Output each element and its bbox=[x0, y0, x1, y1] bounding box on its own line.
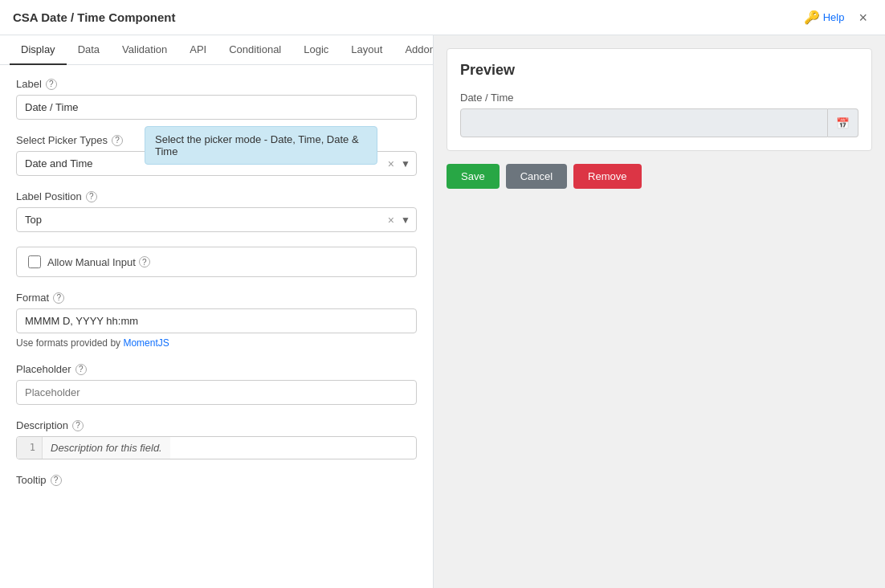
preview-datetime-input[interactable] bbox=[460, 108, 828, 137]
cancel-button[interactable]: Cancel bbox=[506, 164, 567, 189]
format-hint: Use formats provided by MomentJS bbox=[16, 337, 417, 349]
description-gutter: 1 Description for this field. bbox=[17, 437, 416, 459]
modal-title: CSA Date / Time Component bbox=[13, 10, 176, 24]
picker-types-help-icon[interactable]: ? bbox=[112, 135, 123, 146]
format-help-icon[interactable]: ? bbox=[53, 292, 64, 304]
placeholder-label: Placeholder ? bbox=[16, 363, 417, 375]
format-group: Format ? Use formats provided by MomentJ… bbox=[16, 292, 417, 349]
calendar-icon: 📅 bbox=[836, 117, 850, 129]
right-panel: Preview Date / Time 📅 Save Cancel Remove bbox=[434, 35, 885, 588]
placeholder-group: Placeholder ? bbox=[16, 363, 417, 405]
tab-logic[interactable]: Logic bbox=[292, 35, 340, 65]
preview-input-wrapper: 📅 bbox=[460, 108, 858, 137]
tab-display[interactable]: Display bbox=[10, 35, 67, 65]
momentjs-link[interactable]: MomentJS bbox=[123, 337, 169, 349]
description-group: Description ? 1 Description for this fie… bbox=[16, 419, 417, 459]
header-right: 🔑 Help × bbox=[804, 9, 872, 27]
label-field-label: Label ? bbox=[16, 78, 417, 90]
modal-container: CSA Date / Time Component 🔑 Help × Displ… bbox=[0, 0, 885, 588]
label-position-help-icon[interactable]: ? bbox=[86, 191, 97, 202]
placeholder-help-icon[interactable]: ? bbox=[75, 364, 87, 375]
description-label: Description ? bbox=[16, 419, 417, 431]
tab-validation[interactable]: Validation bbox=[111, 35, 178, 65]
label-input[interactable] bbox=[16, 95, 417, 120]
tab-addons[interactable]: Addons bbox=[394, 35, 434, 65]
format-input[interactable] bbox=[16, 308, 417, 333]
placeholder-input[interactable] bbox=[16, 380, 417, 405]
manual-input-help-icon[interactable]: ? bbox=[139, 256, 150, 267]
line-number: 1 bbox=[17, 437, 43, 459]
action-buttons: Save Cancel Remove bbox=[447, 164, 872, 189]
description-placeholder-text: Description for this field. bbox=[43, 437, 170, 459]
label-position-label: Label Position ? bbox=[16, 190, 417, 202]
label-position-select-wrapper: Top Left Right Bottom × ▼ bbox=[16, 207, 417, 232]
form-body: Label ? Select Picker Types ? Select the… bbox=[0, 65, 433, 588]
manual-input-label: Allow Manual Input ? bbox=[47, 256, 150, 268]
picker-types-clear-icon[interactable]: × bbox=[388, 157, 394, 170]
preview-title: Preview bbox=[460, 62, 858, 79]
tooltip-group: Tooltip ? bbox=[16, 474, 417, 486]
manual-input-group: Allow Manual Input ? bbox=[16, 247, 417, 277]
tabs-bar: Display Data Validation API Conditional … bbox=[0, 35, 433, 65]
remove-button[interactable]: Remove bbox=[573, 164, 641, 189]
tooltip-help-icon[interactable]: ? bbox=[51, 475, 62, 486]
label-group: Label ? bbox=[16, 78, 417, 120]
tab-api[interactable]: API bbox=[178, 35, 218, 65]
manual-input-checkbox-wrapper: Allow Manual Input ? bbox=[16, 247, 417, 277]
label-help-icon[interactable]: ? bbox=[46, 79, 57, 90]
preview-field-label: Date / Time bbox=[460, 92, 858, 104]
label-position-select[interactable]: Top Left Right Bottom bbox=[16, 207, 417, 232]
tab-layout[interactable]: Layout bbox=[340, 35, 394, 65]
close-button[interactable]: × bbox=[854, 9, 872, 27]
label-position-group: Label Position ? Top Left Right Bottom ×… bbox=[16, 190, 417, 232]
description-help-icon[interactable]: ? bbox=[72, 420, 84, 431]
left-panel: Display Data Validation API Conditional … bbox=[0, 35, 434, 588]
manual-input-checkbox[interactable] bbox=[28, 255, 41, 268]
tab-data[interactable]: Data bbox=[67, 35, 111, 65]
help-icon: 🔑 bbox=[804, 10, 820, 25]
picker-tooltip: Select the picker mode - Date, Time, Dat… bbox=[145, 126, 377, 165]
description-editor: 1 Description for this field. bbox=[16, 436, 417, 459]
help-link[interactable]: 🔑 Help bbox=[804, 10, 845, 25]
label-position-clear-icon[interactable]: × bbox=[388, 214, 394, 227]
picker-types-group: Select Picker Types ? Select the picker … bbox=[16, 134, 417, 176]
format-label: Format ? bbox=[16, 292, 417, 304]
preview-box: Preview Date / Time 📅 bbox=[447, 48, 872, 151]
modal-body: Display Data Validation API Conditional … bbox=[0, 35, 885, 588]
tooltip-label: Tooltip ? bbox=[16, 474, 417, 486]
save-button[interactable]: Save bbox=[447, 164, 500, 189]
tab-conditional[interactable]: Conditional bbox=[218, 35, 292, 65]
help-label: Help bbox=[823, 11, 845, 23]
preview-calendar-button[interactable]: 📅 bbox=[828, 108, 858, 137]
modal-header: CSA Date / Time Component 🔑 Help × bbox=[0, 0, 885, 35]
